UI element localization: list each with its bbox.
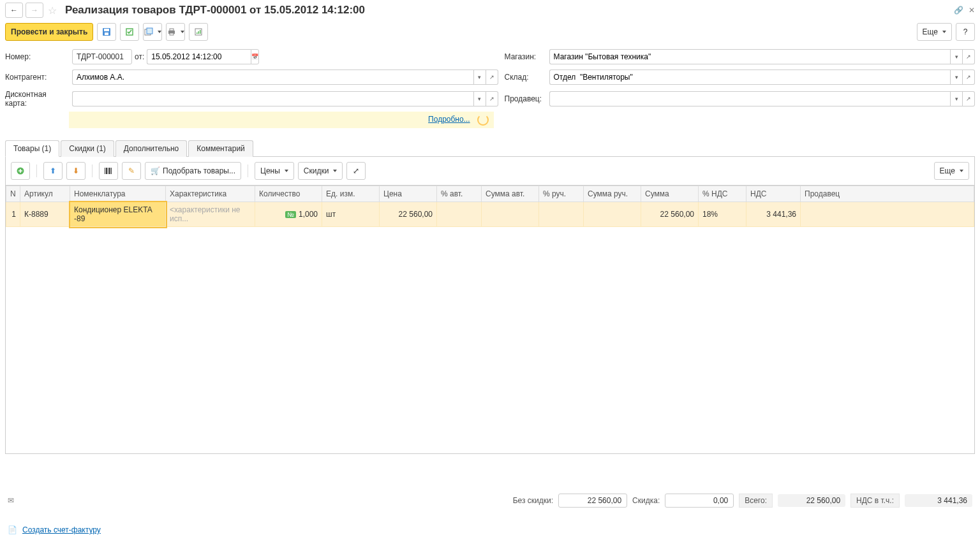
date-picker-button[interactable]: 📅	[251, 49, 259, 64]
cell-pct-manual[interactable]	[539, 202, 584, 227]
table-row[interactable]: 1 К-8889 Кондиционер ELEKTA -89 <характе…	[6, 202, 974, 227]
seller-label: Продавец:	[505, 94, 543, 103]
barcode-button[interactable]	[99, 162, 118, 180]
cell-seller[interactable]	[801, 202, 974, 227]
svg-rect-17	[109, 168, 110, 174]
tab-goods[interactable]: Товары (1)	[5, 140, 59, 157]
close-icon[interactable]: ✕	[969, 6, 975, 15]
cell-sum-auto[interactable]	[482, 202, 539, 227]
tab-comment[interactable]: Комментарий	[188, 140, 253, 157]
warehouse-dropdown-button[interactable]: ▾	[950, 70, 963, 85]
col-n[interactable]: N	[6, 186, 20, 202]
post-and-close-button[interactable]: Провести и закрыть	[5, 23, 93, 41]
date-field[interactable]	[147, 49, 251, 64]
col-sum[interactable]: Сумма	[641, 186, 699, 202]
svg-rect-15	[106, 168, 107, 174]
counterparty-open-button[interactable]: ↗	[486, 70, 498, 85]
warehouse-open-button[interactable]: ↗	[963, 70, 975, 85]
col-sum-manual[interactable]: Сумма руч.	[584, 186, 641, 202]
save-button[interactable]	[97, 23, 116, 41]
counterparty-dropdown-button[interactable]: ▾	[473, 70, 486, 85]
cell-sum-manual[interactable]	[584, 202, 641, 227]
col-seller[interactable]: Продавец	[801, 186, 974, 202]
favorite-star-icon[interactable]: ☆	[46, 4, 59, 17]
svg-rect-16	[108, 168, 108, 174]
discounts-button[interactable]: Скидки	[298, 162, 343, 180]
report-button[interactable]	[189, 23, 208, 41]
tab-discounts[interactable]: Скидки (1)	[61, 140, 114, 157]
svg-rect-10	[197, 33, 198, 34]
cell-unit[interactable]: шт	[322, 202, 380, 227]
seller-dropdown-button[interactable]: ▾	[950, 91, 963, 106]
store-label: Магазин:	[505, 52, 543, 61]
cell-n[interactable]: 1	[6, 202, 20, 227]
pick-goods-button[interactable]: 🛒Подобрать товары...	[145, 162, 241, 180]
create-invoice-link[interactable]: Создать счет-фактуру	[22, 525, 101, 534]
qty-badge-icon: №	[285, 211, 296, 218]
col-quantity[interactable]: Количество	[255, 186, 322, 202]
cell-pct-auto[interactable]	[437, 202, 482, 227]
cell-quantity[interactable]: №1,000	[255, 202, 322, 227]
cell-article[interactable]: К-8889	[20, 202, 70, 227]
discount-card-dropdown-button[interactable]: ▾	[473, 91, 486, 106]
note-icon[interactable]: ✉	[8, 496, 14, 505]
col-unit[interactable]: Ед. изм.	[322, 186, 380, 202]
expand-button[interactable]: ⤢	[346, 162, 366, 180]
help-button[interactable]: ?	[956, 23, 975, 41]
col-pct-manual[interactable]: % руч.	[539, 186, 584, 202]
warehouse-field[interactable]	[549, 70, 951, 85]
move-up-button[interactable]: ⬆	[43, 162, 63, 180]
cell-nomenclature[interactable]: Кондиционер ELEKTA -89	[70, 202, 166, 227]
counterparty-field[interactable]	[72, 70, 473, 85]
store-open-button[interactable]: ↗	[963, 49, 975, 64]
col-sum-auto[interactable]: Сумма авт.	[482, 186, 539, 202]
cell-sum[interactable]: 22 560,00	[641, 202, 699, 227]
more-button[interactable]: Еще	[917, 23, 952, 41]
print-button[interactable]	[166, 23, 185, 41]
table-header-row: N Артикул Номенклатура Характеристика Ко…	[6, 186, 974, 202]
move-down-button[interactable]: ⬇	[66, 162, 85, 180]
store-dropdown-button[interactable]: ▾	[950, 49, 963, 64]
cell-vat[interactable]: 3 441,36	[746, 202, 801, 227]
svg-rect-2	[105, 33, 108, 35]
seller-open-button[interactable]: ↗	[963, 91, 975, 106]
post-button[interactable]	[120, 23, 139, 41]
col-pct-auto[interactable]: % авт.	[437, 186, 482, 202]
discount-card-label: Дисконтная карта:	[5, 90, 66, 108]
col-vat-pct[interactable]: % НДС	[699, 186, 746, 202]
col-characteristic[interactable]: Характеристика	[166, 186, 255, 202]
col-vat[interactable]: НДС	[746, 186, 801, 202]
prices-button[interactable]: Цены	[255, 162, 294, 180]
vat-label: НДС в т.ч.:	[850, 494, 900, 508]
svg-rect-8	[170, 33, 174, 35]
from-label: от:	[135, 52, 144, 61]
create-based-on-button[interactable]	[143, 23, 162, 41]
cell-vat-pct[interactable]: 18%	[699, 202, 746, 227]
svg-rect-14	[105, 168, 105, 174]
nav-forward-button[interactable]: →	[26, 3, 43, 18]
discount-card-field[interactable]	[72, 91, 473, 106]
discount-label: Скидка:	[632, 496, 660, 505]
nav-back-button[interactable]: ←	[5, 3, 23, 18]
discount-value: 0,00	[665, 494, 734, 508]
col-price[interactable]: Цена	[380, 186, 437, 202]
counterparty-label: Контрагент:	[5, 73, 66, 82]
details-link[interactable]: Подробно...	[428, 115, 470, 124]
seller-field[interactable]	[549, 91, 951, 106]
col-article[interactable]: Артикул	[20, 186, 70, 202]
svg-rect-18	[111, 168, 112, 174]
link-icon[interactable]: 🔗	[954, 6, 963, 15]
warehouse-label: Склад:	[505, 73, 543, 82]
number-field[interactable]	[72, 49, 132, 64]
svg-rect-12	[200, 30, 201, 34]
discount-card-open-button[interactable]: ↗	[486, 91, 498, 106]
store-field[interactable]	[549, 49, 951, 64]
no-discount-label: Без скидки:	[513, 496, 553, 505]
cell-price[interactable]: 22 560,00	[380, 202, 437, 227]
tab-more-button[interactable]: Еще	[934, 162, 969, 180]
edit-row-button[interactable]: ✎	[122, 162, 141, 180]
col-nomenclature[interactable]: Номенклатура	[70, 186, 166, 202]
add-row-button[interactable]	[11, 162, 30, 180]
cell-characteristic[interactable]: <характеристики не исп...	[166, 202, 255, 227]
tab-additional[interactable]: Дополнительно	[115, 140, 187, 157]
